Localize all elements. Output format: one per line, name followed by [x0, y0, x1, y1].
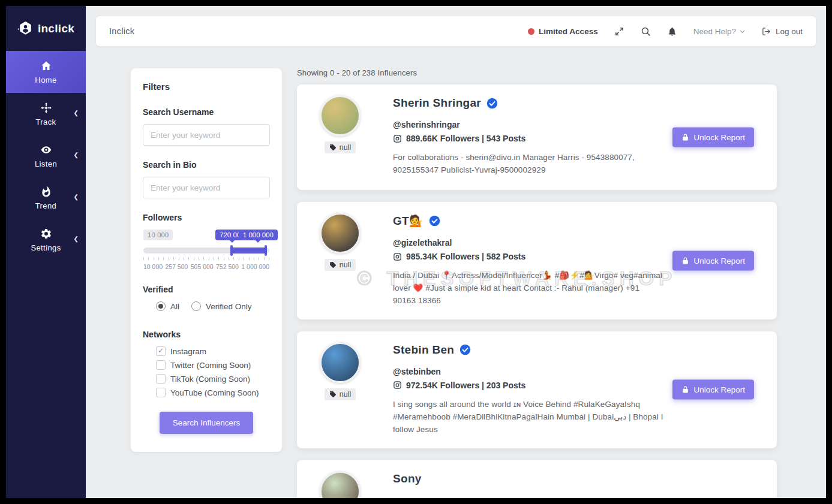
- logout-icon: [762, 27, 771, 36]
- tag-icon: [329, 391, 337, 398]
- lock-icon: [681, 134, 689, 141]
- lock-icon: [681, 386, 689, 394]
- followers-slider: 10 000 720 000 1 000 000 10 000257 50050…: [143, 230, 269, 270]
- need-help-menu[interactable]: Need Help?: [693, 27, 746, 36]
- sidebar-item-settings[interactable]: Settings ❮: [6, 219, 86, 261]
- influencer-card: null GT💁 @gizelethakral 985.34K Follower…: [297, 202, 777, 319]
- chevron-left-icon: ❮: [74, 152, 79, 158]
- search-bio-input[interactable]: [143, 177, 270, 198]
- influencer-card: null Sherin Shringar @sherinshringar 889…: [297, 84, 777, 190]
- main-area: Inclick Limited Access Need Help? Log ou…: [86, 6, 826, 498]
- results-summary: Showing 0 - 20 of 238 Influencers: [297, 68, 777, 77]
- status-dot-icon: [528, 28, 534, 35]
- chevron-down-icon: [739, 28, 746, 35]
- influencer-card: null Stebin Ben @stebinben 972.54K Follo…: [297, 331, 777, 448]
- topbar: Inclick Limited Access Need Help? Log ou…: [96, 16, 816, 46]
- tag-icon: [329, 261, 337, 268]
- checkbox-icon: [156, 346, 166, 356]
- instagram-icon: [393, 252, 402, 261]
- home-icon: [40, 60, 52, 72]
- influencer-username: @stebinben: [393, 367, 753, 376]
- search-bio-label: Search in Bio: [143, 160, 270, 170]
- network-checkbox-option[interactable]: YouTube (Coming Soon): [156, 388, 270, 397]
- network-checkbox-option[interactable]: Instagram: [156, 346, 270, 356]
- logo-text: inclick: [38, 22, 74, 35]
- slider-scale-label: 505 000: [191, 263, 214, 270]
- influencer-bio: I sing songs all around the world ɪɴ Voi…: [393, 399, 664, 436]
- gear-icon: [40, 228, 52, 240]
- tag-icon: [329, 144, 337, 151]
- sidebar-item-trend[interactable]: Trend ❮: [6, 177, 86, 219]
- radio-icon: [156, 301, 166, 311]
- logout-button[interactable]: Log out: [762, 27, 803, 36]
- unlock-report-button[interactable]: Unlock Report: [672, 251, 754, 270]
- avatar: [320, 95, 361, 136]
- logout-label: Log out: [776, 27, 803, 36]
- sidebar-item-home[interactable]: Home ❮: [6, 51, 86, 93]
- verified-radio-option[interactable]: Verified Only: [191, 301, 252, 311]
- category-tag: null: [325, 141, 356, 153]
- results-panel: Showing 0 - 20 of 238 Influencers null S…: [297, 68, 777, 498]
- slider-handle-start[interactable]: [230, 245, 233, 256]
- slider-range: [232, 248, 266, 253]
- sidebar-item-listen[interactable]: Listen ❮: [6, 135, 86, 177]
- search-icon[interactable]: [641, 26, 651, 37]
- sidebar-nav: Home ❮ Track ❮ Listen ❮ Trend ❮ Settings…: [6, 51, 86, 261]
- flame-icon: [40, 186, 52, 198]
- slider-scale-label: 10 000: [143, 263, 163, 270]
- topbar-brand: Inclick: [109, 26, 134, 36]
- content-area: Filters Search Username Search in Bio Fo…: [86, 46, 826, 498]
- checkbox-icon: [156, 360, 166, 370]
- unlock-report-button[interactable]: Unlock Report: [672, 380, 754, 400]
- slider-track[interactable]: [143, 248, 269, 253]
- slider-min-tooltip: 10 000: [143, 230, 173, 240]
- influencer-name: GT💁: [393, 214, 423, 228]
- verified-badge-icon: [486, 98, 498, 109]
- status-label: Limited Access: [539, 27, 598, 36]
- checkbox-icon: [156, 374, 166, 384]
- slider-scale-label: 1 000 000: [241, 263, 269, 270]
- search-username-input[interactable]: [143, 124, 270, 146]
- influencer-name: Sherin Shringar: [393, 96, 481, 110]
- need-help-label: Need Help?: [693, 27, 736, 36]
- limited-access-badge: Limited Access: [528, 27, 598, 36]
- app-window: inclick Home ❮ Track ❮ Listen ❮ Trend ❮ …: [6, 6, 826, 498]
- bell-icon[interactable]: [667, 26, 677, 37]
- avatar: [320, 342, 361, 383]
- filters-title: Filters: [143, 82, 270, 92]
- influencer-list: null Sherin Shringar @sherinshringar 889…: [297, 84, 777, 498]
- verified-badge-icon: [429, 215, 440, 227]
- network-checkbox-option[interactable]: Twitter (Coming Soon): [156, 360, 270, 370]
- search-influencers-button[interactable]: Search Influencers: [160, 412, 254, 434]
- search-username-label: Search Username: [143, 107, 270, 117]
- eye-icon: [40, 144, 52, 156]
- influencer-bio: For collaborations - sherin@divo.in Mana…: [393, 152, 664, 177]
- verified-label: Verified: [143, 285, 270, 294]
- slider-ticks: [143, 257, 269, 260]
- app-logo[interactable]: inclick: [6, 6, 86, 51]
- instagram-icon: [393, 381, 402, 390]
- influencer-name: Sony: [393, 472, 422, 485]
- inclick-logo-icon: [17, 20, 34, 37]
- unlock-report-button[interactable]: Unlock Report: [672, 128, 754, 147]
- networks-label: Networks: [143, 330, 270, 339]
- slider-scale-label: 752 500: [216, 263, 239, 270]
- avatar: [320, 471, 361, 498]
- verified-options: All Verified Only: [156, 301, 270, 315]
- filters-panel: Filters Search Username Search in Bio Fo…: [131, 68, 282, 452]
- checkbox-icon: [156, 388, 166, 397]
- sidebar-item-track[interactable]: Track ❮: [6, 93, 86, 135]
- slider-handle-end[interactable]: [265, 245, 267, 256]
- network-checkbox-option[interactable]: TikTok (Coming Soon): [156, 374, 270, 384]
- verified-radio-option[interactable]: All: [156, 301, 179, 311]
- category-tag: null: [325, 388, 356, 400]
- influencer-name: Stebin Ben: [393, 343, 454, 357]
- lock-icon: [681, 256, 689, 264]
- influencer-card: null Sony: [297, 460, 777, 498]
- track-icon: [40, 102, 52, 114]
- expand-icon[interactable]: [614, 26, 624, 37]
- followers-label: Followers: [143, 213, 270, 222]
- slider-range-end-tooltip: 1 000 000: [239, 230, 278, 240]
- radio-icon: [191, 301, 201, 311]
- avatar: [320, 213, 361, 253]
